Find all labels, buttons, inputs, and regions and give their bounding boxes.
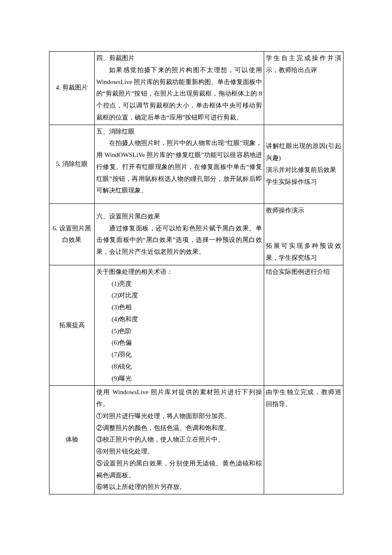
content-heading: 四、剪裁图片 <box>96 52 262 64</box>
row-content: 五、消除红眼 在拍摄人物照片时，照片中的人物常出现“红眼”现象，用 WindOW… <box>95 125 264 204</box>
list-item: (6)色偏 <box>112 337 262 349</box>
content-body: 如果感觉拍摄下来的照片构图不太理想，可以使用 WindowsLive 照片库的剪… <box>96 64 262 124</box>
row-label: 拓展提高 <box>49 265 95 386</box>
content-heading: 五、消除红眼 <box>96 126 262 138</box>
document-page: 4. 剪裁图片 四、剪裁图片 如果感觉拍摄下来的照片构图不太理想，可以使用 Wi… <box>0 0 392 511</box>
content-heading: 六、设置照片黑白效果 <box>96 211 262 223</box>
table-row: 6. 设置照片黑白效果 六、设置照片黑白效果 通过修复面板，还可以给彩色照片赋予… <box>49 204 343 265</box>
list-item: (8)锐化 <box>112 361 262 373</box>
list-item: (5)色阶 <box>112 325 262 337</box>
content-body: 在拍摄人物照片时，照片中的人物常出现“红眼”现象，用 WindOWSLiVe 照… <box>96 137 262 197</box>
content-line: ⑤设置照片的黑白效果，分别使用无滤镜、黄色滤镜和棕褐色调面板。 <box>96 458 262 482</box>
list-item: (9)曝光 <box>112 373 262 385</box>
list-item: (1)亮度 <box>112 278 262 290</box>
table-row: 拓展提高 关于图像处理的相关术语： (1)亮度 (2)对比度 (3)色相 (4)… <box>49 265 343 386</box>
list-item: (3)色相 <box>112 302 262 314</box>
row-content: 六、设置照片黑白效果 通过修复面板，还可以给彩色照片赋予黑白效果。单击修复面板中… <box>95 204 264 265</box>
content-body: 通过修复面板，还可以给彩色照片赋予黑白效果。单击修复面板中的“黑白效果”选项，选… <box>96 223 262 258</box>
row-note: 教师操作演示 拓展可实现多种预设效果，学生探究练习 <box>264 204 343 265</box>
row-content: 关于图像处理的相关术语： (1)亮度 (2)对比度 (3)色相 (4)饱和度 (… <box>95 265 264 386</box>
table-row: 4. 剪裁图片 四、剪裁图片 如果感觉拍摄下来的照片构图不太理想，可以使用 Wi… <box>49 52 343 125</box>
row-label: 5. 消除红眼 <box>49 125 95 204</box>
content-line: ②调整照片的颜色，包括色温、色调和饱和度。 <box>96 422 262 434</box>
row-note: 结合实际图例进行介绍 <box>264 265 343 386</box>
row-content: 四、剪裁图片 如果感觉拍摄下来的照片构图不太理想，可以使用 WindowsLiv… <box>95 52 264 125</box>
term-list: (1)亮度 (2)对比度 (3)色相 (4)饱和度 (5)色阶 (6)色偏 (7… <box>96 278 262 385</box>
content-line: 使用 WindowsLive 照片库对提供的素材照片进行下列操作。 <box>96 386 262 410</box>
list-item: (2)对比度 <box>112 290 262 302</box>
row-note: 讲解红眼出现的原因(引起兴趣) 演示并对比修复前后效果 学生实际操作练习 <box>264 125 343 204</box>
list-item: (7)羽化 <box>112 349 262 361</box>
content-line: ①对照片进行曝光处理，将人物面部部分加亮。 <box>96 410 262 422</box>
table-row: 体验 使用 WindowsLive 照片库对提供的素材照片进行下列操作。 ①对照… <box>49 386 343 494</box>
row-note: 学生自主完成操作并演示，教师给出点评 <box>264 52 343 125</box>
content-line: ⑥将以上所处理的照片另存放。 <box>96 481 262 493</box>
row-label: 4. 剪裁图片 <box>49 52 95 125</box>
row-label: 6. 设置照片黑白效果 <box>49 204 95 265</box>
row-note: 由学生独立完成，教师巡回指导。 <box>264 386 343 494</box>
content-heading: 关于图像处理的相关术语： <box>96 266 262 278</box>
row-content: 使用 WindowsLive 照片库对提供的素材照片进行下列操作。 ①对照片进行… <box>95 386 264 494</box>
lesson-table: 4. 剪裁图片 四、剪裁图片 如果感觉拍摄下来的照片构图不太理想，可以使用 Wi… <box>49 51 343 494</box>
content-line: ③校正照片中的人物，使人物正立在照片中。 <box>96 434 262 446</box>
content-line: ④对照片锐化处理。 <box>96 446 262 458</box>
list-item: (4)饱和度 <box>112 314 262 325</box>
row-label: 体验 <box>49 386 95 494</box>
table-row: 5. 消除红眼 五、消除红眼 在拍摄人物照片时，照片中的人物常出现“红眼”现象，… <box>49 125 343 204</box>
